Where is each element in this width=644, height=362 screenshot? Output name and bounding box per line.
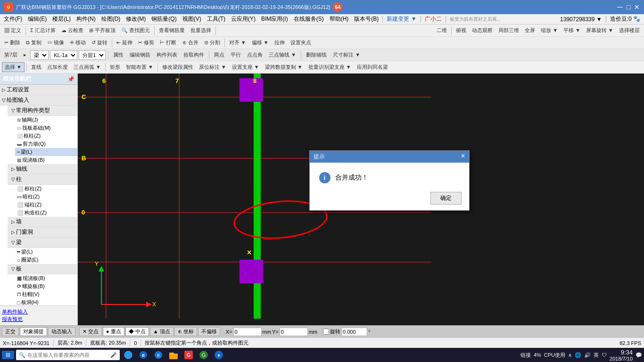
tb-merge[interactable]: ⊕ 合并 xyxy=(180,38,201,47)
tree-header-column[interactable]: ▽ 柱 xyxy=(8,174,77,185)
tb-edit-rebar[interactable]: 编辑钢筋 xyxy=(127,50,153,59)
tb-zoom[interactable]: 缩放 ▼ xyxy=(538,26,560,35)
tb-batch[interactable]: 批量选择 xyxy=(188,26,214,35)
tb-rotate[interactable]: 屏幕旋转 ▼ xyxy=(584,26,616,35)
tree-item-axisnet[interactable]: ⊞轴网(J) xyxy=(15,116,77,124)
rotate-checkbox[interactable] xyxy=(323,329,329,335)
tb-select-mode[interactable]: 选择 ▼ xyxy=(2,62,25,72)
menu-view[interactable]: 视图(V) xyxy=(180,14,204,24)
minimize-button[interactable]: ─ xyxy=(617,4,623,10)
tb-fullscreen[interactable]: 全屏 xyxy=(522,26,537,35)
snap-midpoint[interactable]: ◆ 中点 xyxy=(125,327,149,336)
tb-local3d[interactable]: 局部三维 xyxy=(496,26,521,35)
left-panel-pin[interactable]: 📌 xyxy=(67,76,74,82)
search-box[interactable]: 🔍 在这里输入你要搜索的内容 🎤 xyxy=(16,350,120,360)
x-input[interactable] xyxy=(233,328,262,336)
tb-batch-ident[interactable]: 批量识别梁支座 ▼ xyxy=(306,63,354,72)
success-dialog[interactable]: 提示 ✕ i 合并成功！ 确定 xyxy=(309,150,470,211)
tb-view-rebar[interactable]: 查看钢筋量 xyxy=(157,26,187,35)
menu-online[interactable]: 在线服务(S) xyxy=(291,14,327,24)
tb-pick-comp[interactable]: 拾取构件 xyxy=(181,50,206,59)
menu-draw[interactable]: 绘图(D) xyxy=(99,14,124,24)
tree-item-slab[interactable]: ▦现浇板(B) xyxy=(15,156,77,164)
tree-header-beam[interactable]: ▽ 梁 xyxy=(8,238,77,248)
tb-point-len[interactable]: 点加长度 xyxy=(45,63,70,72)
tree-item-col[interactable]: ⬜框柱(Z) xyxy=(15,132,77,140)
tb-point-angle[interactable]: 点点角 xyxy=(245,50,265,59)
tb-two-point[interactable]: 两点 xyxy=(212,50,227,59)
task-cortana[interactable] xyxy=(122,348,135,362)
tb-copy[interactable]: ⧉ 复制 xyxy=(24,38,44,47)
tb-copy-span[interactable]: 梁跨数据复制 ▼ xyxy=(263,63,305,72)
menu-phone[interactable]: 13907298339 ▼ xyxy=(557,15,605,24)
tb-split[interactable]: ⊘ 分割 xyxy=(202,38,223,47)
chevron-icon[interactable]: ∧ xyxy=(568,352,572,358)
menu-cloud[interactable]: 云应用(Y) xyxy=(228,14,258,24)
tb-smart-layout[interactable]: 智能布置 ▼ xyxy=(124,63,156,72)
close-button[interactable]: ✕ xyxy=(634,4,640,10)
task-ie[interactable]: e xyxy=(137,348,150,362)
tree-item-hidcol[interactable]: ▭暗柱(Z) xyxy=(15,193,77,201)
tb-property[interactable]: 属性 xyxy=(111,50,126,59)
tree-header-engineering[interactable]: ▷ 工程设置 xyxy=(0,85,77,95)
tb-parallel[interactable]: 平行 xyxy=(228,50,243,59)
dialog-close-icon[interactable]: ✕ xyxy=(461,153,465,161)
tree-header-draw[interactable]: ▽ 绘图输入 xyxy=(0,95,77,106)
beam-type-select[interactable]: 梁 xyxy=(30,50,49,60)
tb-select-floor[interactable]: 选择楼层 xyxy=(617,26,642,35)
tree-header-common[interactable]: ▽ 常用构件类型 xyxy=(8,106,77,116)
tree-item-framecol[interactable]: ⬜框柱(Z) xyxy=(15,185,77,193)
tb-grip[interactable]: 设置夹点 xyxy=(288,38,314,47)
tb-stretch[interactable]: 拉伸 xyxy=(272,38,287,47)
snap-dynamic[interactable]: 动态输入 xyxy=(48,327,75,336)
tb-line[interactable]: 直线 xyxy=(29,63,44,72)
snap-intersection[interactable]: ✕ 交点 xyxy=(79,327,102,336)
tb-in-place[interactable]: 原位标注 ▼ xyxy=(197,63,229,72)
tb-dim[interactable]: 尺寸标注 ▼ xyxy=(330,50,363,59)
tree-item-shearwall[interactable]: ▬剪力墙(Q) xyxy=(15,140,77,148)
snap-vertex[interactable]: ▲ 顶点 xyxy=(150,327,173,336)
tb-arc[interactable]: 三点画弧 ▼ xyxy=(71,63,103,72)
report-preview-link[interactable]: 报表预览 xyxy=(2,316,75,323)
tree-item-spiral-slab[interactable]: ⟳螺旋板(B) xyxy=(15,282,77,290)
tb-apply-same[interactable]: 应用到同名梁 xyxy=(355,63,390,72)
network-icon[interactable]: 🌐 xyxy=(575,352,581,358)
notification-icon[interactable]: 💬 xyxy=(636,352,642,358)
maximize-button[interactable]: □ xyxy=(625,4,632,10)
tb-move[interactable]: ✛ 移动 xyxy=(67,38,88,47)
task-folder[interactable] xyxy=(167,348,180,362)
tb-del-aux[interactable]: 删除辅线 xyxy=(304,50,329,59)
menu-new-change[interactable]: 新建变更 ▼ xyxy=(384,14,419,24)
tb-three-axis[interactable]: 三点轴线 ▼ xyxy=(266,50,298,59)
tree-item-cast-slab[interactable]: ▦现浇板(B) xyxy=(15,274,77,282)
snap-coord[interactable]: ⊕ 坐标 xyxy=(174,327,197,336)
snap-object[interactable]: 对象捕捉 xyxy=(20,327,47,336)
volume-icon[interactable]: 🔊 xyxy=(584,352,591,358)
tb-offset[interactable]: 偏移 ▼ xyxy=(249,38,271,47)
tb-mod-seg[interactable]: 修改梁段属性 xyxy=(160,63,196,72)
tb-trim[interactable]: ✂ 修剪 xyxy=(136,38,157,47)
tb-delete[interactable]: ✂ 删除 xyxy=(2,38,23,47)
tb-rotate2[interactable]: ↺ 旋转 xyxy=(89,38,110,47)
tree-item-slab-hole[interactable]: □板洞(H) xyxy=(15,298,77,305)
menu-help[interactable]: 帮助(H) xyxy=(327,14,352,24)
menu-edit[interactable]: 编辑(E) xyxy=(25,14,50,24)
tb-sum[interactable]: Σ 汇总计算 xyxy=(28,26,58,35)
tree-item-col-cap[interactable]: ⊓柱帽(V) xyxy=(15,290,77,298)
y-input[interactable] xyxy=(280,328,308,336)
tb-align[interactable]: 对齐 ▼ xyxy=(227,38,248,47)
tb-define[interactable]: ▦ 定义 xyxy=(2,26,24,35)
tree-item-beam[interactable]: ━梁(L) xyxy=(15,148,77,156)
snap-noshift[interactable]: 不偏移 xyxy=(198,327,220,336)
task-app2[interactable]: G xyxy=(197,348,210,362)
menu-floor[interactable]: 楼层(L) xyxy=(50,14,74,24)
single-component-link[interactable]: 单构件输入 xyxy=(2,308,75,315)
tb-mirror[interactable]: ⇔ 镜像 xyxy=(45,38,66,47)
tb-level-top[interactable]: ⊞ 平齐板顶 xyxy=(87,26,118,35)
menu-component[interactable]: 构件(N) xyxy=(74,14,99,24)
beam-name-select[interactable]: KL-1a xyxy=(50,50,77,60)
tree-item-endcol[interactable]: ⬜端柱(Z) xyxy=(15,201,77,209)
cad-canvas[interactable]: × X Y C B xyxy=(78,74,644,325)
menu-file[interactable]: 文件(F) xyxy=(1,14,25,24)
tb-dynamic[interactable]: 动态观察 xyxy=(470,26,495,35)
